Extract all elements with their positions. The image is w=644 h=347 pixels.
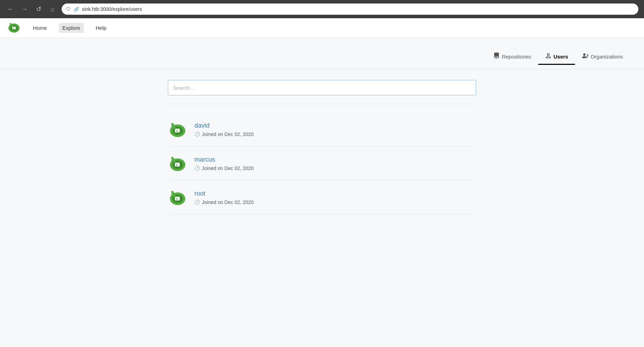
browser-chrome: ← → ↺ ⌂ 🛡 🔗 sink.htb:3000/explore/users	[0, 0, 644, 18]
repositories-icon	[493, 53, 500, 60]
clock-icon: 🕐	[194, 199, 200, 205]
user-name[interactable]: root	[194, 190, 254, 197]
user-name[interactable]: david	[194, 122, 254, 129]
svg-text:b: b	[176, 163, 178, 166]
user-info: root 🕐 Joined on Dec 02, 2020	[194, 190, 254, 205]
svg-point-21	[171, 191, 174, 193]
svg-point-15	[171, 157, 174, 159]
tab-repositories[interactable]: Repositories	[486, 49, 538, 65]
tab-repositories-label: Repositories	[502, 54, 531, 60]
svg-point-3	[10, 23, 12, 25]
nav-help[interactable]: Help	[92, 23, 110, 33]
svg-text:b: b	[176, 197, 178, 200]
app-header: b Home Explore Help	[0, 18, 644, 38]
list-item: b david 🕐 Joined on Dec 02, 2020	[168, 113, 476, 147]
back-button[interactable]: ←	[6, 4, 15, 14]
svg-text:b: b	[176, 129, 178, 132]
user-joined: 🕐 Joined on Dec 02, 2020	[194, 131, 254, 137]
shield-icon: 🛡	[66, 6, 71, 12]
forward-button[interactable]: →	[20, 4, 29, 14]
tab-users-label: Users	[554, 54, 568, 60]
users-icon	[545, 53, 551, 60]
avatar: b	[168, 120, 187, 139]
refresh-button[interactable]: ↺	[34, 4, 43, 14]
user-list: b david 🕐 Joined on Dec 02, 2020	[168, 113, 476, 215]
clock-icon: 🕐	[194, 165, 200, 171]
clock-icon: 🕐	[194, 131, 200, 137]
svg-text:b: b	[13, 27, 15, 29]
tab-organizations-label: Organizations	[590, 54, 623, 60]
user-joined: 🕐 Joined on Dec 02, 2020	[194, 199, 254, 205]
lock-icon: 🔗	[74, 7, 79, 12]
user-info: david 🕐 Joined on Dec 02, 2020	[194, 122, 254, 137]
avatar: b	[168, 188, 187, 207]
tab-users[interactable]: Users	[538, 49, 575, 65]
list-item: b marcus 🕐 Joined on Dec 02, 2020	[168, 147, 476, 181]
svg-point-9	[171, 123, 174, 125]
user-info: marcus 🕐 Joined on Dec 02, 2020	[194, 156, 254, 171]
logo[interactable]: b	[7, 20, 21, 36]
tab-bar: Repositories Users Organizations	[0, 45, 644, 69]
list-item: b root 🕐 Joined on Dec 02, 2020	[168, 181, 476, 215]
url-text: sink.htb:3000/explore/users	[82, 6, 142, 12]
nav-explore[interactable]: Explore	[59, 23, 84, 33]
address-bar[interactable]: 🛡 🔗 sink.htb:3000/explore/users	[62, 4, 638, 15]
user-joined: 🕐 Joined on Dec 02, 2020	[194, 165, 254, 171]
avatar: b	[168, 154, 187, 173]
tab-organizations[interactable]: Organizations	[575, 49, 630, 65]
content-area: b david 🕐 Joined on Dec 02, 2020	[77, 69, 567, 225]
user-name[interactable]: marcus	[194, 156, 254, 163]
home-button[interactable]: ⌂	[48, 4, 57, 14]
organizations-icon	[582, 53, 588, 60]
main-content: Repositories Users Organizations	[0, 38, 644, 347]
divider	[168, 104, 476, 104]
search-input[interactable]	[168, 80, 476, 95]
nav-home[interactable]: Home	[29, 23, 50, 33]
